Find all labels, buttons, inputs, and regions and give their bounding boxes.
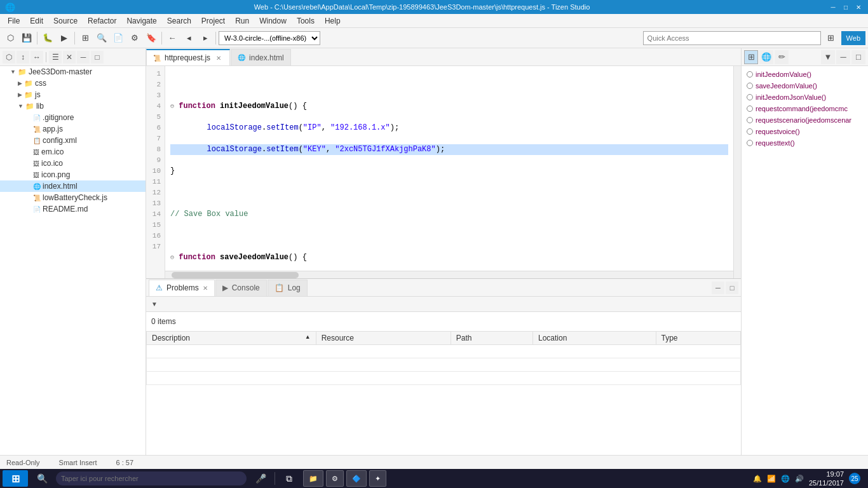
- tab-close-problems[interactable]: ✕: [203, 285, 208, 292]
- taskbar-app-extra2[interactable]: ✦: [369, 470, 386, 487]
- tree-item-lib[interactable]: ▼ 📁 lib: [0, 100, 146, 112]
- profile-dropdown[interactable]: W-3.0-circle-...(offline-x86): [219, 31, 320, 45]
- tab-problems[interactable]: ⚠ Problems ✕: [149, 280, 215, 296]
- right-panel-tabs: ⊞ 🌐 ✏ ▼ ─ □: [742, 48, 868, 66]
- outline-item-4[interactable]: requestcommand(jeedomcmc: [744, 103, 865, 114]
- outline-item-2[interactable]: saveJeedomValue(): [744, 80, 865, 92]
- taskbar-app-tizen[interactable]: ⚙: [326, 470, 344, 487]
- tab-log[interactable]: 📋 Log: [268, 280, 308, 296]
- collapse-marker-1[interactable]: ⊖: [170, 103, 174, 110]
- tree-item-emico[interactable]: 🖼 em.ico: [0, 146, 146, 158]
- sidebar-filter-btn[interactable]: ☰: [49, 51, 62, 64]
- web-button[interactable]: Web: [841, 31, 865, 45]
- toolbar-gear-btn[interactable]: ⚙: [127, 30, 142, 46]
- title-bar-controls: ─ □ ✕: [829, 3, 863, 11]
- menu-search[interactable]: Search: [162, 15, 196, 27]
- tree-item-js[interactable]: ▶ 📁 js: [0, 89, 146, 100]
- tab-label-httprequest: httprequest.js: [165, 53, 210, 62]
- menu-tools[interactable]: Tools: [292, 15, 320, 27]
- title-bar: 🌐 Web - C:\Users\rebel\AppData\Local\Tem…: [0, 0, 868, 14]
- editor-area: 📜 httprequest.js ✕ 🌐 index.html 12345 67…: [146, 48, 741, 278]
- tab-close-httprequest[interactable]: ✕: [214, 53, 223, 62]
- maximize-button[interactable]: □: [841, 3, 850, 11]
- taskbar-search-input[interactable]: [56, 471, 247, 485]
- tree-label-js: js: [35, 90, 41, 99]
- toolbar-next-btn[interactable]: ▸: [198, 30, 213, 46]
- toolbar-run-btn[interactable]: ▶: [57, 30, 72, 46]
- horizontal-scrollbar[interactable]: [165, 271, 733, 278]
- sort-icon-description[interactable]: ▲: [305, 334, 311, 340]
- tab-label-indexhtml: index.html: [249, 53, 284, 62]
- taskbar-mic-btn[interactable]: 🎤: [249, 470, 272, 487]
- sidebar-min-btn[interactable]: ─: [77, 51, 90, 64]
- tree-item-lowbattery[interactable]: 📜 lowBatteryCheck.js: [0, 192, 146, 203]
- taskbar-search-icon-btn[interactable]: 🔍: [31, 470, 53, 487]
- tree-item-configxml[interactable]: 📋 config.xml: [0, 135, 146, 146]
- outline-item-5[interactable]: requestscenario(jeedomscenar: [744, 114, 865, 126]
- sidebar-max-btn[interactable]: □: [91, 51, 104, 64]
- right-panel-minimize-btn[interactable]: ─: [836, 50, 850, 64]
- sidebar-collapse-btn[interactable]: ⬡: [3, 51, 15, 64]
- toolbar-debug-btn[interactable]: 🐛: [40, 30, 55, 46]
- tree-item-gitignore[interactable]: 📄 .gitignore: [0, 112, 146, 123]
- menu-source[interactable]: Source: [48, 15, 83, 27]
- tab-indexhtml[interactable]: 🌐 index.html: [231, 49, 291, 65]
- tree-item-icoico[interactable]: 🖼 ico.ico: [0, 158, 146, 169]
- tab-console[interactable]: ▶ Console: [215, 280, 267, 296]
- bottom-maximize-btn[interactable]: □: [726, 281, 738, 294]
- outline-item-3[interactable]: initJeedomJsonValue(): [744, 92, 865, 103]
- tree-label-appjs: app.js: [43, 125, 63, 133]
- menu-edit[interactable]: Edit: [25, 15, 48, 27]
- outline-item-1[interactable]: initJeedomValue(): [744, 69, 865, 80]
- outline-btn[interactable]: ⊞: [744, 50, 758, 64]
- toolbar-search-btn[interactable]: 🔍: [94, 30, 109, 46]
- menu-window[interactable]: Window: [254, 15, 292, 27]
- taskbar-app-explorer[interactable]: 📁: [303, 470, 323, 487]
- tab-httprequest[interactable]: 📜 httprequest.js ✕: [146, 49, 230, 65]
- tree-item-root[interactable]: ▼ 📁 JeeS3Dom-master: [0, 66, 146, 78]
- menu-file[interactable]: File: [3, 15, 25, 27]
- bottom-minimize-btn[interactable]: ─: [712, 281, 724, 294]
- menu-project[interactable]: Project: [196, 15, 230, 27]
- toolbar-prev-btn[interactable]: ◂: [181, 30, 196, 46]
- toolbar-bookmark-btn[interactable]: 🔖: [144, 30, 159, 46]
- vertical-scrollbar[interactable]: [733, 66, 741, 278]
- toolbar-doc-btn[interactable]: 📄: [111, 30, 126, 46]
- toolbar-grid-btn[interactable]: ⊞: [78, 30, 93, 46]
- taskbar-notification-count[interactable]: 25: [849, 473, 860, 484]
- toolbar-new-btn[interactable]: ⬡: [3, 30, 18, 46]
- palette-btn[interactable]: 🌐: [759, 50, 773, 64]
- toolbar-icon-btn[interactable]: ⊞: [824, 30, 839, 46]
- menu-navigate[interactable]: Navigate: [121, 15, 161, 27]
- status-insert-mode: Smart Insert: [59, 459, 97, 466]
- quick-access-input[interactable]: [643, 31, 821, 45]
- right-panel-dropdown-btn[interactable]: ▼: [821, 50, 835, 64]
- snippet-btn[interactable]: ✏: [775, 50, 789, 64]
- tree-item-readme[interactable]: 📄 README.md: [0, 203, 146, 215]
- menu-help[interactable]: Help: [320, 15, 346, 27]
- taskbar-task-btn[interactable]: ⧉: [278, 470, 301, 487]
- menu-run[interactable]: Run: [230, 15, 254, 27]
- collapse-marker-2[interactable]: ⊖: [170, 254, 174, 261]
- tree-item-css[interactable]: ▶ 📁 css: [0, 78, 146, 89]
- toolbar-back-btn[interactable]: ←: [165, 30, 180, 46]
- toolbar-save-btn[interactable]: 💾: [19, 30, 34, 46]
- taskbar-app-extra1[interactable]: 🔷: [346, 470, 367, 487]
- scrollbar-thumb-h[interactable]: [172, 272, 299, 278]
- taskbar-notification-icon[interactable]: 🔔: [753, 475, 762, 483]
- sidebar-link-btn[interactable]: ↕: [17, 51, 29, 64]
- file-explorer: ⬡ ↕ ↔ ☰ ✕ ─ □ ▼ 📁 JeeS3Dom-master ▶ 📁 cs…: [0, 48, 146, 469]
- sidebar-expand-btn[interactable]: ↔: [31, 51, 43, 64]
- outline-item-6[interactable]: requestvoice(): [744, 126, 865, 137]
- minimize-button[interactable]: ─: [829, 3, 837, 11]
- tree-item-indexhtml[interactable]: 🌐 index.html: [0, 180, 146, 192]
- code-editor[interactable]: 12345 678910 1112131415 1617 ⊖ function …: [146, 66, 741, 278]
- right-panel-maximize-btn[interactable]: □: [851, 50, 865, 64]
- menu-refactor[interactable]: Refactor: [83, 15, 121, 27]
- outline-item-7[interactable]: requesttext(): [744, 137, 865, 149]
- tree-item-iconpng[interactable]: 🖼 icon.png: [0, 169, 146, 180]
- tree-item-appjs[interactable]: 📜 app.js: [0, 123, 146, 135]
- close-button[interactable]: ✕: [854, 3, 863, 11]
- sidebar-close-btn[interactable]: ✕: [63, 51, 76, 64]
- start-button[interactable]: ⊞: [3, 470, 28, 487]
